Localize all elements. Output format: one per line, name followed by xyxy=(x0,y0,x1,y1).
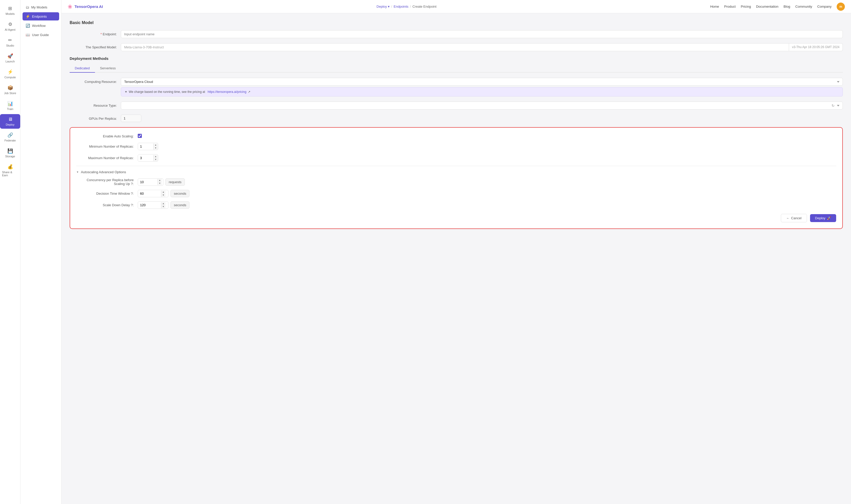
breadcrumb-endpoints[interactable]: Endpoints xyxy=(394,5,409,8)
breadcrumb-deploy[interactable]: Deploy ▾ xyxy=(377,5,390,8)
concurrency-down-button[interactable]: ▼ xyxy=(158,182,162,185)
sidebar-label-studio: Studio xyxy=(6,44,14,47)
sidebar-item-compute[interactable]: ⚡ Compute xyxy=(0,67,20,82)
nav-company[interactable]: Company xyxy=(817,5,832,8)
max-replicas-control: ▲ ▼ xyxy=(138,154,158,162)
chevron-down-icon: ▼ xyxy=(76,170,79,174)
scale-down-spin-buttons: ▲ ▼ xyxy=(161,202,166,208)
nav-community[interactable]: Community xyxy=(796,5,812,8)
min-replicas-input[interactable] xyxy=(138,143,153,150)
sidebar-label-storage: Storage xyxy=(5,155,15,158)
sidebar-label-launch: Launch xyxy=(5,60,15,63)
top-nav: 🌸 TensorOpera AI Deploy ▾ / Endpoints / … xyxy=(62,0,851,13)
max-replicas-spin-buttons: ▲ ▼ xyxy=(153,155,158,161)
sidebar-label-share-earn: Share & Earn xyxy=(2,170,18,177)
scale-down-spinner: ▲ ▼ xyxy=(138,201,169,209)
scale-down-input[interactable] xyxy=(138,202,161,209)
max-replicas-input[interactable] xyxy=(138,155,153,161)
inner-sidebar-endpoints[interactable]: ⚡ Endpoints xyxy=(22,12,59,20)
inner-sidebar-user-guide[interactable]: 📖 User Guide xyxy=(22,31,59,39)
nav-product[interactable]: Product xyxy=(724,5,736,8)
max-replicas-up-button[interactable]: ▲ xyxy=(154,155,158,158)
sidebar-item-models[interactable]: ⊞ Models xyxy=(0,3,20,18)
user-guide-icon: 📖 xyxy=(25,33,30,37)
compute-icon: ⚡ xyxy=(7,69,13,75)
max-replicas-label: Maximum Number of Replicas: xyxy=(76,156,138,160)
deploy-button[interactable]: Deploy 🚀 xyxy=(810,214,836,222)
arrow-left-icon: ← xyxy=(786,216,789,220)
pricing-link[interactable]: https://tensoropera.ai/pricing xyxy=(208,90,246,94)
endpoint-input[interactable] xyxy=(121,30,843,38)
sidebar-item-deploy[interactable]: 🖥 Deploy xyxy=(0,114,20,129)
advanced-toggle[interactable]: ▼ Autoscaling Advanced Options xyxy=(76,170,836,174)
sidebar-label-job-store: Job Store xyxy=(4,92,16,95)
tab-dedicated[interactable]: Dedicated xyxy=(70,64,95,73)
resource-type-row: Resource Type: ↻ xyxy=(70,102,843,109)
endpoint-label: * Endpoint: xyxy=(70,30,121,36)
sidebar-item-job-store[interactable]: 📦 Job Store xyxy=(0,83,20,97)
max-replicas-spinner: ▲ ▼ xyxy=(138,154,158,162)
gpus-per-replica-input[interactable] xyxy=(121,114,141,122)
decision-time-spin-buttons: ▲ ▼ xyxy=(161,191,166,197)
deployment-tabs: Dedicated Serverless xyxy=(70,64,843,73)
inner-sidebar-workflow[interactable]: 🔄 Workflow xyxy=(22,21,59,30)
min-replicas-down-button[interactable]: ▼ xyxy=(154,147,158,150)
models-icon: ⊞ xyxy=(8,6,12,11)
endpoints-icon: ⚡ xyxy=(25,14,30,18)
sidebar-item-share-earn[interactable]: 💰 Share & Earn xyxy=(0,161,20,179)
min-replicas-label: Minimum Number of Replicas: xyxy=(76,145,138,148)
nav-blog[interactable]: Blog xyxy=(784,5,790,8)
scale-down-row: Scale Down Delay ?: ▲ ▼ xyxy=(76,201,836,209)
concurrency-input[interactable] xyxy=(138,179,157,185)
main-sidebar: ⊞ Models ⚙ AI Agent ✏ Studio 🚀 Launch ⚡ … xyxy=(0,0,20,504)
enable-autoscale-checkbox[interactable] xyxy=(138,134,142,138)
gpus-per-replica-control xyxy=(121,114,843,122)
min-replicas-control: ▲ ▼ xyxy=(138,143,158,150)
max-replicas-row: Maximum Number of Replicas: ▲ ▼ xyxy=(76,154,836,162)
sidebar-item-studio[interactable]: ✏ Studio xyxy=(0,35,20,50)
concurrency-row: Concurrency per Replica before Scaling U… xyxy=(76,178,836,186)
sidebar-item-storage[interactable]: 💾 Storage xyxy=(0,146,20,160)
inner-sidebar: 🗂 My Models ⚡ Endpoints 🔄 Workflow 📖 Use… xyxy=(20,0,62,504)
deploy-label: Deploy xyxy=(815,216,826,220)
sidebar-label-models: Models xyxy=(6,12,15,15)
computing-resource-row: Computing Resource: TensorOpera Cloud ✦ … xyxy=(70,78,843,96)
computing-resource-select[interactable]: TensorOpera Cloud xyxy=(121,78,843,86)
min-replicas-up-button[interactable]: ▲ xyxy=(154,144,158,147)
decision-time-input[interactable] xyxy=(138,190,161,197)
model-name: Meta-Llama-3-70B-Instruct xyxy=(121,43,789,51)
resource-type-select[interactable] xyxy=(121,102,843,109)
studio-icon: ✏ xyxy=(8,37,12,43)
sidebar-item-ai-agent[interactable]: ⚙ AI Agent xyxy=(0,19,20,34)
scale-down-down-button[interactable]: ▼ xyxy=(161,205,166,208)
concurrency-spin-buttons: ▲ ▼ xyxy=(157,179,162,185)
model-control: Meta-Llama-3-70B-Instruct v3-Thu Apr 18 … xyxy=(121,43,843,51)
content-area: Basic Model * Endpoint: The Specified Mo… xyxy=(62,13,851,504)
cancel-button[interactable]: ← Cancel xyxy=(781,214,807,222)
sidebar-item-launch[interactable]: 🚀 Launch xyxy=(0,51,20,66)
sun-icon: ✦ xyxy=(125,90,127,94)
nav-pricing[interactable]: Pricing xyxy=(741,5,751,8)
storage-icon: 💾 xyxy=(7,148,13,154)
deployment-title: Deployment Methods xyxy=(70,56,843,61)
max-replicas-down-button[interactable]: ▼ xyxy=(154,158,158,161)
model-version: v3-Thu Apr 18 20:05:26 GMT 2024 xyxy=(789,43,843,51)
inner-sidebar-my-models[interactable]: 🗂 My Models xyxy=(22,3,59,11)
resource-type-refresh-button[interactable]: ↻ xyxy=(832,104,835,108)
decision-time-down-button[interactable]: ▼ xyxy=(161,194,166,197)
user-avatar[interactable]: m xyxy=(837,3,845,11)
decision-time-up-button[interactable]: ▲ xyxy=(161,191,166,194)
nav-home[interactable]: Home xyxy=(710,5,719,8)
sidebar-item-federate[interactable]: 🔗 Federate xyxy=(0,130,20,145)
app-container: ⊞ Models ⚙ AI Agent ✏ Studio 🚀 Launch ⚡ … xyxy=(0,0,851,504)
concurrency-up-button[interactable]: ▲ xyxy=(158,179,162,182)
scale-down-up-button[interactable]: ▲ xyxy=(161,202,166,205)
section-title-basic-model: Basic Model xyxy=(70,20,843,25)
deployment-section: Deployment Methods Dedicated Serverless … xyxy=(70,56,843,229)
scale-down-label: Scale Down Delay ?: xyxy=(76,203,138,207)
tab-serverless[interactable]: Serverless xyxy=(95,64,121,73)
sidebar-item-train[interactable]: 📊 Train xyxy=(0,98,20,113)
logo-icon: 🌸 xyxy=(68,4,72,9)
user-avatar-label: m xyxy=(839,5,842,8)
nav-documentation[interactable]: Documentation xyxy=(756,5,778,8)
